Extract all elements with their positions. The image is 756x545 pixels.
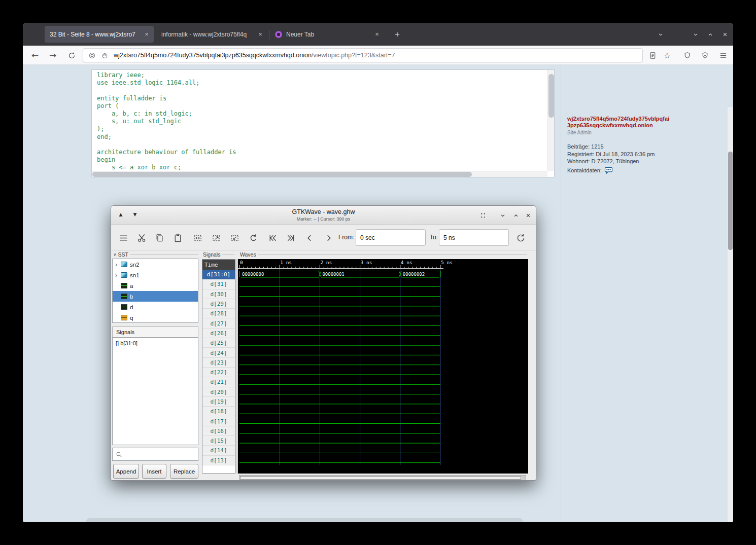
paste-icon[interactable]	[170, 231, 185, 244]
waves-canvas[interactable]: 01 ns2 ns3 ns4 ns5 ns0000000000000001000…	[238, 259, 528, 474]
tab-list-chevron-icon[interactable]	[655, 29, 666, 40]
signal-row[interactable]: d[30]	[202, 289, 235, 299]
zoom-out-icon[interactable]	[227, 231, 242, 244]
sst-tree-item-q[interactable]: q	[113, 312, 198, 323]
to-input[interactable]	[439, 229, 509, 246]
signal-icon	[121, 283, 127, 288]
signal-row[interactable]: d[28]	[202, 309, 235, 318]
tab-3[interactable]: Neuer Tab ×	[270, 26, 384, 43]
back-icon[interactable]: ←	[28, 48, 42, 62]
sst-search-box[interactable]	[112, 448, 198, 461]
forward-icon[interactable]: →	[46, 48, 60, 62]
tree-item-label: sn1	[130, 272, 140, 278]
signal-row[interactable]: d[31]	[202, 279, 235, 289]
expander-icon[interactable]: ›	[115, 262, 121, 268]
zoom-undo-icon[interactable]	[246, 231, 260, 244]
signal-row[interactable]: d[24]	[202, 348, 235, 357]
message-bubble-icon[interactable]	[604, 167, 613, 174]
window-close-icon[interactable]	[522, 209, 534, 222]
signal-row[interactable]: d[16]	[202, 426, 235, 436]
insert-button[interactable]: Insert	[142, 464, 166, 479]
reader-mode-icon[interactable]	[645, 48, 660, 62]
scrollbar-thumb[interactable]	[548, 74, 554, 118]
signal-row[interactable]: d[26]	[202, 329, 235, 338]
posts-count-link[interactable]: 1215	[591, 143, 603, 150]
signal-row[interactable]: d[14]	[202, 446, 235, 455]
fetch-start-icon[interactable]	[265, 231, 280, 244]
window-minimize-icon[interactable]	[497, 209, 509, 222]
signal-row[interactable]: d[19]	[202, 397, 235, 407]
select-all-link[interactable]: ALLES AUSWÄHLEN	[110, 65, 160, 66]
sst-tree: ›sn2›sn1abdq	[112, 259, 198, 323]
signal-row[interactable]: d[20]	[202, 387, 235, 397]
url-bar[interactable]: wj2xtsro75fl4q5mo724fudy375vblpqfai3pzp6…	[83, 48, 643, 62]
shield-check-icon[interactable]	[698, 48, 712, 62]
signal-row[interactable]: d[22]	[202, 368, 235, 377]
sst-tree-item-b[interactable]: b	[113, 291, 198, 302]
append-button[interactable]: Append	[113, 464, 139, 479]
window-maximize-icon[interactable]	[705, 29, 716, 40]
scope-icon	[121, 262, 127, 267]
from-input[interactable]	[356, 229, 426, 246]
sst-tree-item-a[interactable]: a	[113, 280, 198, 291]
new-tab-button[interactable]: +	[392, 29, 403, 40]
code-vertical-scrollbar[interactable]	[547, 70, 554, 171]
menu-icon[interactable]	[116, 231, 130, 244]
sst-tree-item-sn2[interactable]: ›sn2	[113, 259, 198, 270]
tab-1[interactable]: 32 Bit - Seite 8 - www.wj2xtsro7 ×	[45, 26, 154, 43]
replace-button[interactable]: Replace	[170, 464, 198, 479]
signal-row[interactable]: d[21]	[202, 377, 235, 387]
time-header: Time	[202, 260, 235, 270]
signal-row[interactable]: d[15]	[202, 436, 235, 446]
fullscreen-icon[interactable]	[477, 209, 489, 222]
svg-text:2 ns: 2 ns	[320, 260, 332, 265]
tab-close-icon[interactable]: ×	[373, 30, 381, 38]
signals-frame-label: Signals	[203, 251, 234, 258]
expander-icon[interactable]: ›	[115, 272, 121, 278]
signal-row[interactable]: d[17]	[202, 416, 235, 426]
scrollbar-thumb[interactable]	[92, 172, 472, 177]
reload-icon[interactable]	[513, 231, 528, 244]
shield-icon[interactable]	[680, 48, 694, 62]
svg-text:00000001: 00000001	[322, 272, 344, 277]
tab-close-icon[interactable]: ×	[256, 30, 264, 38]
signal-row[interactable]: d[18]	[202, 407, 235, 416]
sst-tree-item-d[interactable]: d	[113, 302, 198, 312]
window-maximize-icon[interactable]	[510, 209, 522, 222]
signal-row[interactable]: d[23]	[202, 358, 235, 368]
collapse-chevron-icon[interactable]: ∨	[113, 252, 117, 257]
cut-icon[interactable]	[134, 231, 149, 244]
signal-row[interactable]: d[13]	[202, 456, 235, 465]
tor-favicon-icon	[275, 31, 282, 38]
window-minimize-icon[interactable]	[690, 29, 701, 40]
bookmark-star-icon[interactable]: ☆	[660, 48, 674, 62]
shift-left-icon[interactable]	[302, 231, 317, 244]
zoom-fit-icon[interactable]	[190, 231, 204, 244]
code-horizontal-scrollbar[interactable]	[92, 171, 547, 177]
fetch-end-icon[interactable]	[284, 231, 298, 244]
sst-tree-item-sn1[interactable]: ›sn1	[113, 270, 198, 280]
signal-row[interactable]: d[29]	[202, 299, 235, 309]
signal-row[interactable]: d[25]	[202, 338, 235, 348]
shift-right-icon[interactable]	[321, 231, 335, 244]
poster-name[interactable]: wj2xtsro75fl4q5mo724fudy375vblpqfai3pzp6…	[567, 116, 679, 128]
copy-icon[interactable]	[152, 231, 166, 244]
signal-row-bus[interactable]: d[31:0]	[202, 270, 235, 279]
reload-icon[interactable]	[64, 48, 79, 62]
tab-2[interactable]: informatik - www.wj2xtsro75fl4q ×	[156, 26, 267, 43]
circuit-icon[interactable]	[88, 52, 96, 59]
tab-close-icon[interactable]: ×	[143, 30, 151, 38]
svg-text:00000002: 00000002	[403, 272, 425, 277]
sst-search-input[interactable]	[124, 451, 190, 457]
sst-signal-item[interactable]: [] b[31:0]	[113, 338, 198, 346]
onion-icon[interactable]	[101, 52, 109, 59]
waves-hscrollbar[interactable]	[239, 475, 526, 481]
scrollbar-thumb[interactable]	[728, 152, 733, 250]
page-scrollbar[interactable]	[728, 107, 733, 522]
zoom-in-icon[interactable]	[209, 231, 223, 244]
scrollbar-thumb[interactable]	[240, 476, 521, 480]
gtkwave-titlebar[interactable]: ▲ ▼ GTKWave - wave.ghw Marker: -- | Curs…	[111, 206, 536, 225]
signal-row[interactable]: d[27]	[202, 318, 235, 328]
window-close-icon[interactable]	[719, 29, 731, 40]
menu-icon[interactable]	[716, 48, 730, 62]
